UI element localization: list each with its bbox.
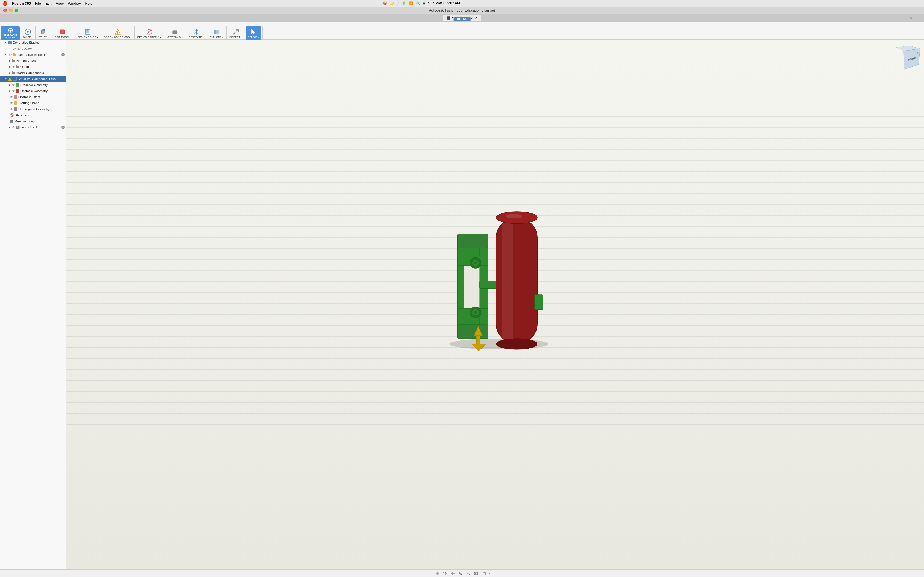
eye-icon-starting[interactable]: 👁 (10, 102, 13, 105)
svg-point-32 (195, 31, 197, 33)
materials-label: MATERIALS ▾ (167, 36, 183, 39)
eye-icon-loadcase[interactable]: 👁 (11, 126, 15, 129)
design-conditions-button[interactable]: DESIGN CONDITIONS ▾ (102, 26, 133, 40)
manufacturing-icon (10, 119, 14, 123)
generative-design-button[interactable]: GENERATIVEDESIGN ▾ (1, 26, 19, 40)
menu-view[interactable]: View (56, 2, 63, 5)
materials-button[interactable]: MATERIALS ▾ (165, 26, 184, 40)
edit-model-group: EDIT MODEL ▾ (53, 26, 75, 40)
named-views-arrow: ▶ (8, 60, 11, 62)
design-criteria-icon (145, 28, 153, 36)
load-case-arrow: ▶ (8, 126, 11, 129)
control-center-icon[interactable]: ⊞ (423, 2, 425, 5)
svg-rect-18 (60, 30, 65, 34)
load-case-label: Load Case1 (20, 126, 61, 129)
wifi-icon: 📶 (409, 2, 413, 5)
maximize-button[interactable] (15, 8, 18, 12)
svg-rect-45 (13, 53, 15, 54)
svg-rect-43 (8, 41, 10, 42)
model-components-folder-icon (11, 71, 16, 75)
guide-label: GUIDE ▾ (23, 36, 33, 39)
define-tab-label[interactable]: DEFINE (454, 17, 462, 21)
menu-help[interactable]: Help (85, 2, 92, 5)
svg-rect-12 (41, 30, 46, 34)
unassigned-geometry-label: Unassigned Geometry (18, 108, 65, 111)
manufacturing-item[interactable]: Manufacturing (0, 118, 66, 124)
study-label: STUDY ▾ (39, 36, 49, 39)
obstacle-type-icon (15, 89, 20, 93)
apple-menu[interactable]: 🍎 (2, 1, 8, 6)
svg-point-54 (10, 80, 10, 80)
named-views-item[interactable]: ▶ Named Views (0, 58, 66, 64)
eye-icon-gen[interactable]: 👁 (8, 53, 12, 57)
preserve-geometry-item[interactable]: ▶ 👁 Preserve Geometry (0, 82, 66, 88)
svg-point-1 (9, 29, 11, 31)
preserve-type-icon (15, 83, 20, 87)
study-button[interactable]: STUDY ▾ (37, 26, 51, 40)
close-button[interactable] (3, 8, 7, 12)
guide-icon (24, 28, 32, 36)
design-criteria-group: DESIGN CRITERIA ▾ (136, 26, 164, 40)
dropbox-icon: 📦 (383, 2, 387, 5)
manufacturing-label: Manufacturing (15, 119, 65, 123)
main-window: Autodesk Fusion 360 (Education License) … (0, 6, 462, 288)
menu-file[interactable]: File (35, 2, 41, 5)
load-case-badge: ⊙ (61, 126, 65, 129)
units-item: ≡ Units: Custom (0, 46, 66, 52)
generate-icon (192, 28, 200, 36)
design-space-group: DESIGN SPACE ▾ (76, 26, 101, 40)
eye-icon-preserve[interactable]: 👁 (11, 84, 15, 87)
units-icon: ≡ (8, 47, 12, 51)
generate-button[interactable]: GENERATE ▾ (187, 26, 206, 40)
root-arrow: ▼ (4, 41, 8, 44)
minimize-button[interactable] (9, 8, 13, 12)
obstacle-arrow: ▶ (8, 90, 11, 92)
guide-button[interactable]: GUIDE ▾ (21, 26, 34, 40)
generative-model-item[interactable]: ▼ 👁 Generative Model 1 ⊙ (0, 52, 66, 58)
svg-rect-46 (12, 60, 15, 62)
generate-group: GENERATE ▾ (187, 26, 207, 40)
svg-point-60 (11, 115, 12, 115)
model-components-item[interactable]: ▶ Model Components (0, 70, 66, 76)
menu-edit[interactable]: Edit (45, 2, 52, 5)
origin-item[interactable]: ▶ 👁 Origin (0, 64, 66, 70)
eye-icon-unassigned[interactable]: 👁 (10, 108, 13, 111)
objectives-item[interactable]: Objectives (0, 112, 66, 118)
preserve-arrow: ▶ (8, 84, 11, 86)
structural-label: Structural Component Stuc... (18, 77, 65, 81)
edit-model-button[interactable]: EDIT MODEL ▾ (53, 26, 73, 40)
eye-icon-origin[interactable]: 👁 (11, 65, 15, 68)
inspect-button[interactable]: INSPECT ▾ (228, 26, 244, 40)
origin-arrow: ▶ (8, 65, 11, 68)
viewport[interactable]: FRONT Z X (66, 40, 462, 288)
edit-model-icon (60, 28, 67, 36)
load-case1-item[interactable]: ▶ 👁 Load Case1 ⊙ (0, 124, 66, 130)
unassigned-geometry-item[interactable]: 👁 Unassigned Geometry (0, 106, 66, 112)
tree-root[interactable]: ▼ Generative Studies (0, 40, 66, 46)
gen-design-label: GENERATIVEDESIGN ▾ (3, 34, 17, 39)
guide-group: GUIDE ▾ (21, 26, 36, 40)
obstacle-geometry-item[interactable]: ▶ 👁 Obstacle Geometry (0, 88, 66, 94)
structural-component-item[interactable]: ▼ Structural Component Stuc... (0, 76, 66, 82)
app-name: Fusion 360 (12, 2, 31, 5)
inspect-label: INSPECT ▾ (229, 36, 242, 39)
design-space-button[interactable]: DESIGN SPACE ▾ (76, 26, 100, 40)
eye-icon-offset[interactable]: 👁 (10, 96, 13, 98)
bluetooth-icon: ⬡ (397, 2, 399, 5)
search-icon[interactable]: 🔍 (416, 2, 420, 5)
design-space-label: DESIGN SPACE ▾ (78, 36, 98, 39)
menu-window[interactable]: Window (68, 2, 81, 5)
unassigned-type-icon (13, 107, 18, 111)
generate-label: GENERATE ▾ (189, 36, 204, 39)
explore-button[interactable]: EXPLORE ▾ (208, 26, 225, 40)
svg-rect-16 (42, 29, 45, 31)
select-button[interactable]: SELECT ▾ (246, 26, 261, 40)
design-conditions-icon (114, 28, 121, 36)
model-components-arrow: ▶ (8, 71, 11, 74)
design-criteria-button[interactable]: DESIGN CRITERIA ▾ (136, 26, 163, 40)
obstacle-offset-item[interactable]: 👁 Obstacle Offset (0, 94, 66, 100)
svg-rect-51 (12, 71, 13, 72)
eye-icon-obstacle[interactable]: 👁 (11, 90, 15, 93)
starting-shape-item[interactable]: 👁 Starting Shape (0, 100, 66, 106)
svg-rect-34 (217, 30, 220, 34)
